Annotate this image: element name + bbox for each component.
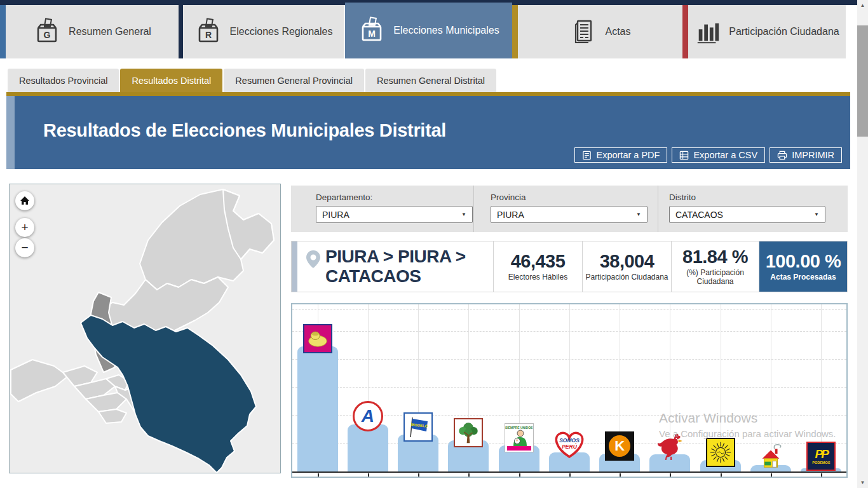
stat-participacion-ciudadana: 38,004 Participación Ciudadana xyxy=(583,241,672,292)
chevron-down-icon: ▼ xyxy=(636,212,641,217)
district-shape xyxy=(98,409,126,423)
tab-label: Elecciones Municipales xyxy=(393,25,499,36)
subtab-resumen-general-provincial[interactable]: Resumen General Provincial xyxy=(224,69,364,92)
export-pdf-button[interactable]: Exportar a PDF xyxy=(574,147,667,163)
bar-slot xyxy=(645,304,695,477)
district-map-panel: + − xyxy=(9,184,281,473)
subtab-resultados-provincial[interactable]: Resultados Provincial xyxy=(8,69,119,92)
bar-slot xyxy=(695,304,745,477)
document-icon xyxy=(569,18,597,46)
bar-slots: A MODELO xyxy=(292,304,846,477)
minus-icon: − xyxy=(21,241,28,255)
scroll-up-arrow[interactable]: ▲ xyxy=(857,0,868,11)
chevron-down-icon: ▼ xyxy=(814,212,819,217)
tab-label: Actas xyxy=(605,26,630,37)
tab-actas[interactable]: Actas xyxy=(518,5,682,58)
scrollbar-thumb[interactable] xyxy=(857,25,868,137)
provincia-label: Provincia xyxy=(491,193,526,202)
ballot-box-icon: M xyxy=(358,17,386,44)
subtab-resultados-distrital[interactable]: Resultados Distrital xyxy=(120,69,222,92)
x-axis-line xyxy=(292,471,846,473)
tab-separator xyxy=(179,5,183,58)
bar-slot: SIEMPRE UNIDOS xyxy=(494,304,544,477)
stat-electores-habiles: 46,435 Electores Hábiles xyxy=(494,241,583,292)
map-zoom-in-button[interactable]: + xyxy=(15,218,34,237)
distrito-label: Distrito xyxy=(669,193,696,202)
svg-text:PERÚ: PERÚ xyxy=(562,443,577,450)
chevron-down-icon: ▼ xyxy=(461,212,466,217)
filters-panel: Departamento: PIURA ▼ Provincia PIURA ▼ … xyxy=(291,186,848,232)
provincia-value: PIURA xyxy=(497,210,524,220)
departamento-label: Departamento: xyxy=(316,193,372,202)
filter-separator xyxy=(473,186,474,232)
page-title: Resultados de Elecciones Municipales Dis… xyxy=(43,120,446,141)
distrito-select[interactable]: CATACAOS ▼ xyxy=(669,206,825,223)
party-logo-modelo: MODELO xyxy=(403,412,433,442)
tab-participacion-ciudadana[interactable]: Participación Ciudadana xyxy=(688,5,846,58)
party-logo-circulo-a: A xyxy=(353,401,383,431)
party-logo-k: K xyxy=(605,431,634,461)
page-banner: Resultados de Elecciones Municipales Dis… xyxy=(6,96,850,169)
bar-slot: MODELO xyxy=(393,304,444,477)
map-home-button[interactable] xyxy=(15,191,34,210)
scroll-down-arrow[interactable]: ▼ xyxy=(857,477,868,488)
result-bar[interactable] xyxy=(297,346,338,471)
sub-tab-bar: Resultados Provincial Resultados Distrit… xyxy=(8,69,496,92)
print-button[interactable]: IMPRIMIR xyxy=(770,147,842,163)
party-logo-podemos: PP PODEMOS xyxy=(806,442,836,471)
chart-plot-area: A MODELO xyxy=(292,304,846,477)
bar-slot: K xyxy=(595,304,645,477)
main-tab-bar: G Resumen General R Elecciones Regionale… xyxy=(0,5,846,58)
svg-text:SOMOS: SOMOS xyxy=(559,437,580,444)
bar-slot xyxy=(292,304,342,477)
bar-slot: A xyxy=(342,304,393,477)
selected-district-catacaos xyxy=(81,315,256,473)
result-bar[interactable] xyxy=(348,424,388,471)
party-logo-somos-peru: SOMOS PERÚ xyxy=(552,429,587,459)
svg-text:R: R xyxy=(205,30,212,40)
bar-slot: SOMOS PERÚ xyxy=(544,304,594,477)
export-buttons: Exportar a PDF Exportar a CSV IMPRIMIR xyxy=(574,147,842,163)
map-zoom-out-button[interactable]: − xyxy=(15,238,34,257)
svg-text:G: G xyxy=(44,30,51,40)
tab-label: Elecciones Regionales xyxy=(230,26,333,37)
party-logo-arbol xyxy=(454,418,483,447)
bar-slot xyxy=(745,304,796,477)
results-bar-chart: A MODELO xyxy=(291,303,848,478)
location-breadcrumb: PIURA > PIURA > CATACAOS xyxy=(292,241,494,292)
party-logo-siempre-unidos: SIEMPRE UNIDOS xyxy=(505,423,534,452)
filter-separator xyxy=(658,186,658,232)
pdf-icon xyxy=(582,151,592,160)
ballot-box-icon: G xyxy=(33,18,61,46)
tab-separator xyxy=(512,5,518,58)
district-shape xyxy=(11,360,68,402)
bar-chart-icon xyxy=(695,18,721,45)
tab-resumen-general[interactable]: G Resumen General xyxy=(0,5,179,58)
party-logo-sombrero xyxy=(303,324,332,353)
home-icon xyxy=(20,196,30,206)
distrito-value: CATACAOS xyxy=(675,210,723,220)
subtab-resumen-general-distrital[interactable]: Resumen General Distrital xyxy=(365,69,496,92)
provincia-select[interactable]: PIURA ▼ xyxy=(491,206,648,223)
tab-elecciones-regionales[interactable]: R Elecciones Regionales xyxy=(183,5,344,58)
summary-stats-bar: PIURA > PIURA > CATACAOS 46,435 Electore… xyxy=(291,241,848,292)
departamento-select[interactable]: PIURA ▼ xyxy=(316,206,473,223)
stat-actas-procesadas: 100.00 % Actas Procesadas xyxy=(759,241,847,292)
bar-slot: PP PODEMOS xyxy=(796,304,846,477)
stat-pct-participacion: 81.84 % (%) Participación Ciudadana xyxy=(672,241,759,292)
excel-icon xyxy=(679,151,689,160)
printer-icon xyxy=(777,151,787,160)
piura-district-map[interactable] xyxy=(10,184,280,473)
party-logo-casa xyxy=(756,442,785,471)
map-pin-icon xyxy=(306,250,320,268)
export-csv-button[interactable]: Exportar a CSV xyxy=(672,147,765,163)
bar-slot xyxy=(444,304,494,477)
results-page: G Resumen General R Elecciones Regionale… xyxy=(0,0,868,488)
vertical-scrollbar[interactable]: ▲ ▼ xyxy=(857,0,868,488)
departamento-value: PIURA xyxy=(322,210,349,220)
tab-separator xyxy=(682,5,688,58)
tab-elecciones-municipales[interactable]: M Elecciones Municipales xyxy=(345,3,512,58)
tab-label: Participación Ciudadana xyxy=(729,26,839,37)
ballot-box-icon: R xyxy=(194,18,222,46)
plus-icon: + xyxy=(21,220,28,234)
